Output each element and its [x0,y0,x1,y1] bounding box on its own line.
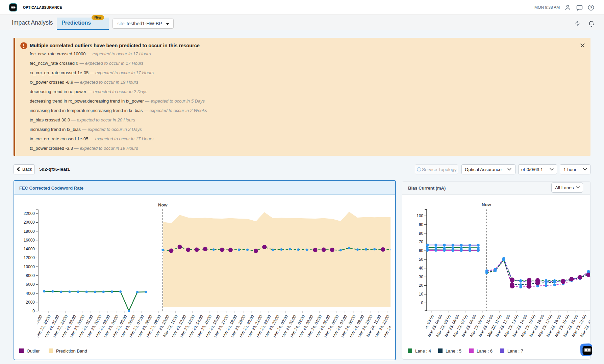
svg-text:18000: 18000 [24,229,35,234]
svg-text:60: 60 [419,248,424,253]
svg-text:30: 30 [419,275,424,279]
svg-text:0: 0 [421,301,423,305]
svg-text:100: 100 [417,214,423,218]
svg-text:80: 80 [419,231,424,236]
svg-text:2000: 2000 [26,300,35,305]
svg-text:70: 70 [419,240,424,244]
svg-text:12000: 12000 [24,255,35,260]
svg-text:10000: 10000 [24,264,35,269]
svg-text:20: 20 [419,283,424,288]
svg-text:40: 40 [419,266,424,271]
svg-text:Now: Now [158,202,168,207]
svg-text:14000: 14000 [24,247,35,251]
svg-text:16000: 16000 [24,238,35,243]
svg-text:90: 90 [419,222,424,227]
svg-text:Now: Now [482,202,491,207]
svg-text:8000: 8000 [26,273,35,278]
svg-text:4000: 4000 [26,291,35,296]
svg-text:0: 0 [32,309,35,313]
svg-text:6000: 6000 [26,282,35,287]
svg-text:?: ? [590,6,592,10]
svg-text:22000: 22000 [24,211,35,216]
svg-text:20000: 20000 [24,220,35,225]
svg-text:50: 50 [419,257,424,262]
svg-text:10: 10 [419,292,424,297]
